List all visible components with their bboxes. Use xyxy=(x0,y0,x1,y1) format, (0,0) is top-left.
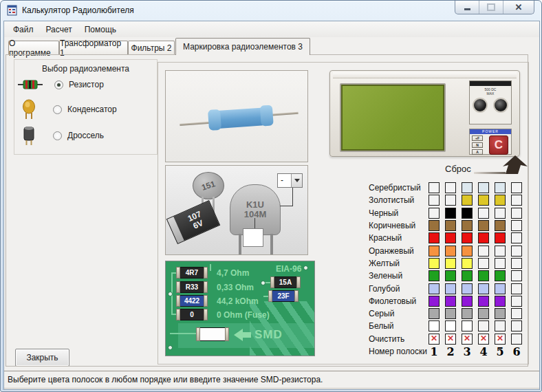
tab-filters[interactable]: Фильтры 2 xyxy=(128,41,175,55)
maximize-icon xyxy=(479,1,503,14)
menu-calc[interactable]: Расчет xyxy=(40,23,78,36)
menu-bar: Файл Расчет Помощь xyxy=(4,21,539,37)
minimize-icon[interactable] xyxy=(455,1,479,14)
window-title: Калькулятор Радиолюбителя xyxy=(22,6,134,15)
app-icon xyxy=(7,5,18,16)
close-icon[interactable]: ✕ xyxy=(503,1,534,14)
tab-page xyxy=(6,54,528,367)
tab-marking[interactable]: Маркировка радиоэлементов 3 xyxy=(175,38,310,55)
menu-file[interactable]: Файл xyxy=(7,23,40,36)
application-window: Калькулятор Радиолюбителя ✕ Файл Расчет … xyxy=(0,0,542,392)
status-text: Выберите цвета полосок в любом порядке и… xyxy=(8,375,323,384)
menu-help[interactable]: Помощь xyxy=(78,23,122,36)
caption-buttons: ✕ xyxy=(455,1,534,14)
tab-transformer[interactable]: Трансформатор 1 xyxy=(59,41,128,55)
status-bar: Выберите цвета полосок в любом порядке и… xyxy=(4,371,539,389)
title-bar[interactable]: Калькулятор Радиолюбителя ✕ xyxy=(1,1,541,21)
tab-about[interactable]: О программе xyxy=(8,41,59,55)
window-client-area: Файл Расчет Помощь О программе Трансформ… xyxy=(3,21,540,390)
